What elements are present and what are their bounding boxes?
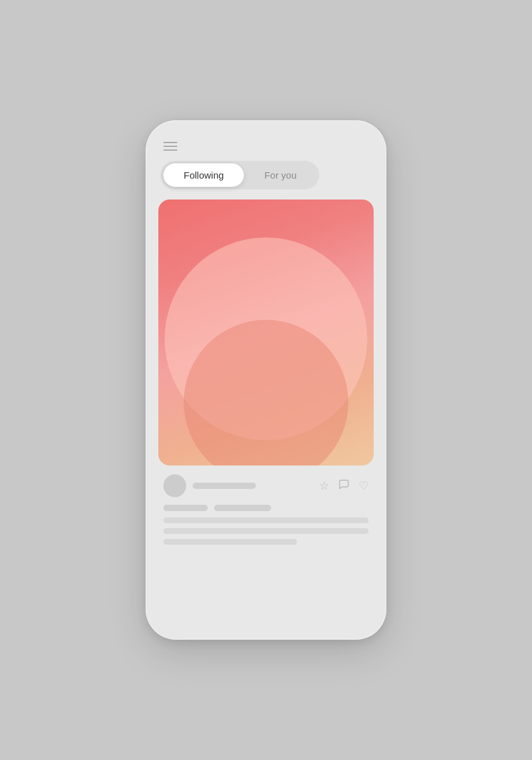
description-line-1 — [163, 517, 369, 523]
post-image-card — [158, 200, 374, 466]
description-line-2 — [163, 528, 369, 534]
post-footer: ☆ ♡ — [158, 466, 374, 550]
author-name-placeholder — [193, 483, 256, 489]
post-author-row: ☆ ♡ — [163, 474, 369, 497]
description-line-3 — [163, 539, 297, 545]
tab-switcher: Following For you — [161, 161, 319, 189]
author-left — [163, 474, 256, 497]
tab-for-you[interactable]: For you — [244, 163, 317, 187]
bookmark-icon[interactable]: ☆ — [319, 479, 329, 493]
post-image — [158, 200, 374, 466]
top-bar — [158, 139, 374, 161]
author-avatar — [163, 474, 186, 497]
tab-following[interactable]: Following — [163, 163, 244, 187]
tag-bar-2 — [214, 505, 271, 511]
tag-bar-1 — [163, 505, 208, 511]
action-icons: ☆ ♡ — [319, 479, 369, 493]
tags-row — [163, 505, 369, 511]
comment-icon[interactable] — [338, 479, 350, 493]
hamburger-menu-icon[interactable] — [163, 142, 177, 151]
phone-frame: Following For you ☆ ♡ — [146, 120, 386, 640]
heart-icon[interactable]: ♡ — [358, 479, 369, 493]
